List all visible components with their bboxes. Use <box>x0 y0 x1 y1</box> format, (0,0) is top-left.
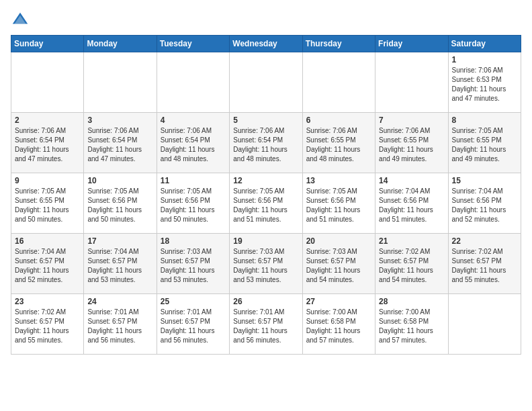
day-info: Sunrise: 7:04 AM Sunset: 6:56 PM Dayligh… <box>379 187 444 224</box>
day-number: 10 <box>87 176 152 185</box>
calendar-cell: 9Sunrise: 7:05 AM Sunset: 6:55 PM Daylig… <box>11 173 84 234</box>
calendar-cell <box>230 52 302 113</box>
weekday-header: Saturday <box>448 36 521 52</box>
day-number: 25 <box>161 297 226 306</box>
calendar-cell: 19Sunrise: 7:03 AM Sunset: 6:57 PM Dayli… <box>230 234 302 294</box>
day-info: Sunrise: 7:05 AM Sunset: 6:56 PM Dayligh… <box>161 187 226 224</box>
page-header <box>11 11 521 30</box>
day-info: Sunrise: 7:06 AM Sunset: 6:54 PM Dayligh… <box>87 126 152 164</box>
day-info: Sunrise: 7:05 AM Sunset: 6:56 PM Dayligh… <box>233 187 298 224</box>
day-number: 2 <box>15 116 80 125</box>
day-info: Sunrise: 7:02 AM Sunset: 6:57 PM Dayligh… <box>15 308 80 345</box>
calendar-cell <box>448 294 521 355</box>
day-number: 11 <box>161 176 226 185</box>
day-info: Sunrise: 7:06 AM Sunset: 6:54 PM Dayligh… <box>161 126 226 164</box>
calendar-cell: 2Sunrise: 7:06 AM Sunset: 6:54 PM Daylig… <box>11 113 84 173</box>
day-info: Sunrise: 7:05 AM Sunset: 6:55 PM Dayligh… <box>452 126 517 164</box>
day-number: 7 <box>379 116 444 125</box>
calendar-cell: 28Sunrise: 7:00 AM Sunset: 6:58 PM Dayli… <box>375 294 448 355</box>
calendar-cell: 16Sunrise: 7:04 AM Sunset: 6:57 PM Dayli… <box>11 234 84 294</box>
calendar-cell: 13Sunrise: 7:05 AM Sunset: 6:56 PM Dayli… <box>302 173 375 234</box>
day-info: Sunrise: 7:00 AM Sunset: 6:58 PM Dayligh… <box>379 308 444 345</box>
day-info: Sunrise: 7:03 AM Sunset: 6:57 PM Dayligh… <box>161 247 226 285</box>
weekday-header: Wednesday <box>230 36 302 52</box>
calendar-cell: 14Sunrise: 7:04 AM Sunset: 6:56 PM Dayli… <box>375 173 448 234</box>
day-number: 5 <box>233 116 298 125</box>
weekday-header: Tuesday <box>157 36 229 52</box>
calendar-cell <box>302 52 375 113</box>
day-number: 26 <box>233 297 298 306</box>
day-number: 17 <box>87 236 152 246</box>
calendar-cell: 4Sunrise: 7:06 AM Sunset: 6:54 PM Daylig… <box>157 113 229 173</box>
calendar-week-row: 16Sunrise: 7:04 AM Sunset: 6:57 PM Dayli… <box>11 234 521 294</box>
day-number: 20 <box>306 236 371 246</box>
calendar-cell: 15Sunrise: 7:04 AM Sunset: 6:56 PM Dayli… <box>448 173 521 234</box>
day-number: 22 <box>452 236 517 246</box>
day-info: Sunrise: 7:04 AM Sunset: 6:57 PM Dayligh… <box>15 247 80 285</box>
calendar-cell: 25Sunrise: 7:01 AM Sunset: 6:57 PM Dayli… <box>157 294 229 355</box>
calendar-cell: 6Sunrise: 7:06 AM Sunset: 6:55 PM Daylig… <box>302 113 375 173</box>
day-number: 3 <box>87 116 152 125</box>
day-number: 6 <box>306 116 371 125</box>
calendar-cell <box>84 52 157 113</box>
day-info: Sunrise: 7:03 AM Sunset: 6:57 PM Dayligh… <box>233 247 298 285</box>
weekday-header: Thursday <box>302 36 375 52</box>
day-info: Sunrise: 7:01 AM Sunset: 6:57 PM Dayligh… <box>233 308 298 345</box>
day-info: Sunrise: 7:06 AM Sunset: 6:54 PM Dayligh… <box>15 126 80 164</box>
calendar-cell: 21Sunrise: 7:02 AM Sunset: 6:57 PM Dayli… <box>375 234 448 294</box>
day-info: Sunrise: 7:06 AM Sunset: 6:53 PM Dayligh… <box>452 66 517 103</box>
day-number: 4 <box>161 116 226 125</box>
day-number: 28 <box>379 297 444 306</box>
day-info: Sunrise: 7:05 AM Sunset: 6:56 PM Dayligh… <box>87 187 152 224</box>
day-info: Sunrise: 7:05 AM Sunset: 6:56 PM Dayligh… <box>306 187 371 224</box>
day-number: 13 <box>306 176 371 185</box>
day-info: Sunrise: 7:06 AM Sunset: 6:55 PM Dayligh… <box>379 126 444 164</box>
day-number: 12 <box>233 176 298 185</box>
day-number: 18 <box>161 236 226 246</box>
calendar-cell: 5Sunrise: 7:06 AM Sunset: 6:54 PM Daylig… <box>230 113 302 173</box>
day-number: 16 <box>15 236 80 246</box>
day-info: Sunrise: 7:06 AM Sunset: 6:55 PM Dayligh… <box>306 126 371 164</box>
calendar-week-row: 2Sunrise: 7:06 AM Sunset: 6:54 PM Daylig… <box>11 113 521 173</box>
day-info: Sunrise: 7:01 AM Sunset: 6:57 PM Dayligh… <box>87 308 152 345</box>
day-info: Sunrise: 7:03 AM Sunset: 6:57 PM Dayligh… <box>306 247 371 285</box>
calendar-header-row: SundayMondayTuesdayWednesdayThursdayFrid… <box>11 36 521 52</box>
day-info: Sunrise: 7:04 AM Sunset: 6:56 PM Dayligh… <box>452 187 517 224</box>
day-number: 14 <box>379 176 444 185</box>
calendar-cell: 18Sunrise: 7:03 AM Sunset: 6:57 PM Dayli… <box>157 234 229 294</box>
logo <box>11 11 32 30</box>
day-info: Sunrise: 7:02 AM Sunset: 6:57 PM Dayligh… <box>452 247 517 285</box>
day-number: 9 <box>15 176 80 185</box>
calendar-cell: 11Sunrise: 7:05 AM Sunset: 6:56 PM Dayli… <box>157 173 229 234</box>
calendar-cell <box>375 52 448 113</box>
day-info: Sunrise: 7:02 AM Sunset: 6:57 PM Dayligh… <box>379 247 444 285</box>
day-number: 19 <box>233 236 298 246</box>
calendar-cell: 24Sunrise: 7:01 AM Sunset: 6:57 PM Dayli… <box>84 294 157 355</box>
calendar-cell: 3Sunrise: 7:06 AM Sunset: 6:54 PM Daylig… <box>84 113 157 173</box>
day-number: 21 <box>379 236 444 246</box>
weekday-header: Sunday <box>11 36 84 52</box>
calendar-week-row: 23Sunrise: 7:02 AM Sunset: 6:57 PM Dayli… <box>11 294 521 355</box>
day-number: 15 <box>452 176 517 185</box>
day-number: 8 <box>452 116 517 125</box>
day-info: Sunrise: 7:06 AM Sunset: 6:54 PM Dayligh… <box>233 126 298 164</box>
calendar-cell: 27Sunrise: 7:00 AM Sunset: 6:58 PM Dayli… <box>302 294 375 355</box>
calendar-cell: 17Sunrise: 7:04 AM Sunset: 6:57 PM Dayli… <box>84 234 157 294</box>
calendar-week-row: 1Sunrise: 7:06 AM Sunset: 6:53 PM Daylig… <box>11 52 521 113</box>
calendar-week-row: 9Sunrise: 7:05 AM Sunset: 6:55 PM Daylig… <box>11 173 521 234</box>
calendar-cell <box>157 52 229 113</box>
calendar-cell: 20Sunrise: 7:03 AM Sunset: 6:57 PM Dayli… <box>302 234 375 294</box>
day-info: Sunrise: 7:04 AM Sunset: 6:57 PM Dayligh… <box>87 247 152 285</box>
calendar-cell: 1Sunrise: 7:06 AM Sunset: 6:53 PM Daylig… <box>448 52 521 113</box>
day-info: Sunrise: 7:05 AM Sunset: 6:55 PM Dayligh… <box>15 187 80 224</box>
calendar-cell: 22Sunrise: 7:02 AM Sunset: 6:57 PM Dayli… <box>448 234 521 294</box>
calendar-cell: 10Sunrise: 7:05 AM Sunset: 6:56 PM Dayli… <box>84 173 157 234</box>
day-info: Sunrise: 7:01 AM Sunset: 6:57 PM Dayligh… <box>161 308 226 345</box>
day-number: 27 <box>306 297 371 306</box>
calendar-cell: 12Sunrise: 7:05 AM Sunset: 6:56 PM Dayli… <box>230 173 302 234</box>
weekday-header: Friday <box>375 36 448 52</box>
calendar-cell: 7Sunrise: 7:06 AM Sunset: 6:55 PM Daylig… <box>375 113 448 173</box>
calendar-cell <box>11 52 84 113</box>
weekday-header: Monday <box>84 36 157 52</box>
logo-icon <box>11 11 30 30</box>
